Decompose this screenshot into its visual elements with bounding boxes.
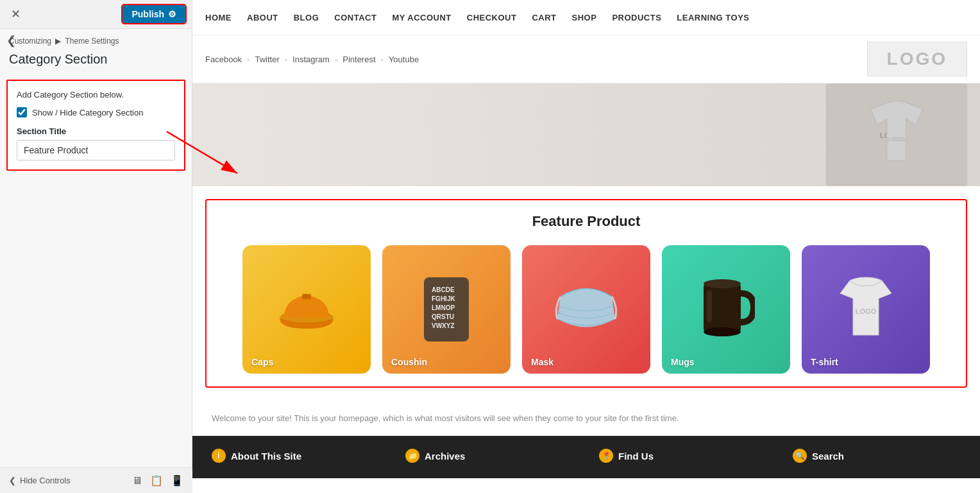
sidebar-page-title: Category Section [0, 49, 192, 73]
sidebar-top-bar: ✕ Publish ⚙ [0, 0, 192, 29]
tablet-view-button[interactable]: 📋 [150, 474, 163, 487]
tshirt-image: LOGO [831, 274, 901, 345]
breadcrumb-separator: ▶ [55, 37, 61, 46]
svg-text:LOGO: LOGO [888, 136, 905, 143]
show-hide-row: Show / Hide Category Section [17, 107, 175, 117]
social-instagram[interactable]: Instagram [292, 55, 330, 64]
hero-product-image: LOGO LOGO [826, 83, 967, 186]
sep4: - [381, 55, 384, 64]
footer-findus-label: Find Us [618, 451, 654, 462]
publish-button[interactable]: Publish ⚙ [122, 5, 185, 23]
caps-image [271, 274, 342, 345]
sep2: - [285, 55, 287, 64]
svg-text:VWXYZ: VWXYZ [432, 322, 455, 329]
nav-products[interactable]: PRODUCTS [612, 13, 661, 22]
footer-search: 🔍 Search [793, 449, 961, 465]
footer-circle-about: i [212, 449, 226, 463]
show-hide-label: Show / Hide Category Section [32, 108, 143, 117]
svg-rect-15 [707, 290, 712, 322]
product-card-mugs[interactable]: Mugs [662, 245, 790, 374]
section-title-label: Section Title [17, 126, 175, 136]
main-content: HOME ABOUT BLOG CONTACT MY ACCOUNT CHECK… [192, 0, 980, 493]
footer-bar: i About This Site 📁 Archives 📍 Find Us 🔍… [192, 436, 980, 478]
svg-text:QRSTU: QRSTU [432, 313, 454, 320]
social-facebook[interactable]: Facebook [205, 55, 242, 64]
tshirt-label: T-shirt [811, 357, 838, 367]
social-youtube[interactable]: Youtube [389, 55, 419, 64]
product-cards-container: Caps ABCDE FGHIJK LMNOP QRSTU VWXYZ Cous… [219, 245, 953, 374]
social-pinterest[interactable]: Pinterest [342, 55, 375, 64]
social-logo-bar: Facebook - Twitter - Instagram - Pintere… [192, 35, 980, 83]
top-navigation: HOME ABOUT BLOG CONTACT MY ACCOUNT CHECK… [192, 0, 980, 35]
mugs-image [691, 274, 761, 345]
product-card-tshirt[interactable]: LOGO T-shirt [802, 245, 930, 374]
footer-about: i About This Site [212, 449, 380, 465]
svg-text:ABCDE: ABCDE [432, 286, 455, 293]
footer-archives-title: 📁 Archives [405, 449, 573, 463]
site-logo: LOGO [867, 42, 967, 76]
product-card-caps[interactable]: Caps [242, 245, 371, 374]
section-title-input[interactable] [17, 140, 175, 160]
hero-image: LOGO LOGO [192, 83, 980, 186]
footer-search-title: 🔍 Search [793, 449, 961, 463]
breadcrumb-path: Customizing ▶ Theme Settings [9, 37, 183, 46]
breadcrumb-section[interactable]: Theme Settings [65, 37, 119, 46]
add-section-description: Add Category Section below. [17, 90, 175, 99]
nav-home[interactable]: HOME [205, 13, 232, 22]
footer-find-us: 📍 Find Us [599, 449, 767, 465]
footer-about-title: i About This Site [212, 449, 380, 463]
nav-about[interactable]: ABOUT [247, 13, 278, 22]
hide-controls-label: Hide Controls [20, 476, 71, 485]
social-links: Facebook - Twitter - Instagram - Pintere… [205, 55, 419, 64]
feature-product-section: Feature Product Caps [205, 199, 967, 388]
mask-image [551, 274, 621, 345]
coushin-label: Coushin [391, 357, 427, 367]
view-controls: 🖥 📋 📱 [132, 474, 183, 487]
footer-findus-title: 📍 Find Us [599, 449, 767, 463]
footer-search-label: Search [812, 451, 844, 462]
nav-myaccount[interactable]: MY ACCOUNT [392, 13, 451, 22]
publish-label: Publish [131, 9, 164, 19]
svg-point-13 [704, 279, 741, 288]
sidebar-controls-panel: Add Category Section below. Show / Hide … [6, 80, 185, 171]
desktop-view-button[interactable]: 🖥 [132, 474, 142, 487]
social-twitter[interactable]: Twitter [255, 55, 279, 64]
nav-cart[interactable]: CART [532, 13, 556, 22]
gear-icon: ⚙ [168, 9, 176, 19]
footer-circle-archives: 📁 [405, 449, 419, 463]
svg-text:FGHIJK: FGHIJK [432, 295, 455, 302]
mobile-view-button[interactable]: 📱 [171, 474, 183, 487]
svg-text:LMNOP: LMNOP [432, 304, 455, 311]
nav-contact[interactable]: CONTACT [334, 13, 376, 22]
nav-shop[interactable]: SHOP [572, 13, 597, 22]
footer-about-label: About This Site [231, 451, 301, 462]
svg-point-14 [704, 327, 741, 336]
nav-learning-toys[interactable]: LEARNING TOYS [677, 13, 749, 22]
caps-label: Caps [251, 357, 273, 367]
hide-controls-button[interactable]: ❮ Hide Controls [9, 476, 71, 485]
close-button[interactable]: ✕ [6, 5, 24, 23]
footer-circle-search: 🔍 [793, 449, 807, 463]
feature-product-title: Feature Product [219, 213, 953, 230]
footer-circle-findus: 📍 [599, 449, 613, 463]
mask-label: Mask [531, 357, 553, 367]
show-hide-checkbox[interactable] [17, 107, 27, 117]
coushin-image: ABCDE FGHIJK LMNOP QRSTU VWXYZ [411, 274, 482, 345]
chevron-left-icon: ❮ [9, 476, 16, 485]
svg-text:LOGO: LOGO [856, 307, 877, 315]
breadcrumb: Customizing ▶ Theme Settings [0, 29, 192, 49]
nav-checkout[interactable]: CHECKOUT [467, 13, 517, 22]
nav-blog[interactable]: BLOG [294, 13, 319, 22]
sep1: - [247, 55, 249, 64]
welcome-text: Welcome to your site! This is your homep… [192, 401, 980, 436]
bottom-controls-bar: ❮ Hide Controls 🖥 📋 📱 [0, 467, 192, 493]
footer-archives: 📁 Archives [405, 449, 573, 465]
product-card-mask[interactable]: Mask [522, 245, 650, 374]
footer-archives-label: Archives [425, 451, 465, 462]
svg-rect-5 [302, 294, 311, 299]
back-button[interactable]: ❮ [6, 33, 16, 48]
mugs-label: Mugs [671, 357, 695, 367]
sidebar: ✕ Publish ⚙ ❮ Customizing ▶ Theme Settin… [0, 0, 192, 493]
product-card-coushin[interactable]: ABCDE FGHIJK LMNOP QRSTU VWXYZ Coushin [382, 245, 511, 374]
sep3: - [335, 55, 337, 64]
